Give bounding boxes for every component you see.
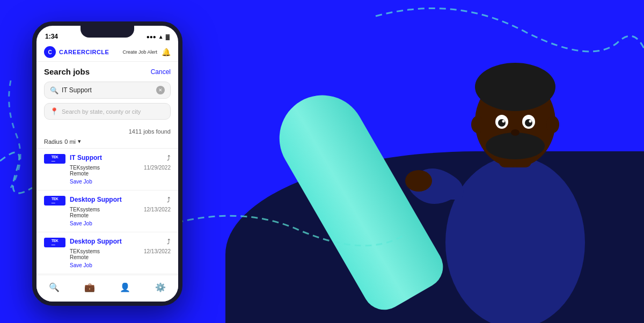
company-name: TEKsystems — [70, 248, 100, 254]
svg-point-0 — [445, 157, 585, 323]
share-icon[interactable]: ⤴ — [167, 238, 171, 246]
svg-point-4 — [471, 116, 484, 133]
logo-area: C CAREERCIRCLE — [44, 46, 109, 58]
search-title: Search jobs — [44, 67, 90, 76]
status-icons: ●●● ▲ ▓ — [147, 34, 170, 40]
share-icon[interactable]: ⤴ — [167, 154, 171, 162]
share-icon[interactable]: ⤴ — [167, 196, 171, 204]
phone-screen: 1:34 ●●● ▲ ▓ C CAREERCIRCLE Create Job A… — [32, 21, 182, 306]
save-job-button[interactable]: Save Job — [70, 304, 171, 306]
character-illustration — [322, 33, 601, 323]
company-name: TEKsystems — [70, 165, 100, 171]
search-magnifier-icon: 🔍 — [50, 86, 58, 94]
svg-point-11 — [529, 120, 532, 123]
cancel-button[interactable]: Cancel — [151, 68, 171, 76]
background: 1:34 ●●● ▲ ▓ C CAREERCIRCLE Create Job A… — [0, 0, 644, 323]
location-input-row[interactable]: 📍 Search by state, county or city — [44, 103, 171, 120]
nav-profile[interactable]: 👤 — [120, 282, 130, 292]
company-name: TEKsystems — [70, 207, 100, 212]
job-title[interactable]: Desktop Support — [65, 196, 167, 203]
bell-icon[interactable]: 🔔 — [162, 48, 171, 56]
nav-search-icon: 🔍 — [49, 282, 60, 292]
search-section: Search jobs Cancel 🔍 IT Support ✕ 📍 Sear… — [36, 62, 178, 125]
job-info-row: TEKsystems 11/29/2022 — [70, 165, 171, 171]
radius-row: Radius 0 mi ▾ — [36, 136, 178, 149]
app-header: C CAREERCIRCLE Create Job Alert 🔔 — [36, 43, 178, 62]
keyword-input-row[interactable]: 🔍 IT Support ✕ — [44, 82, 171, 99]
wifi-icon: ▲ — [158, 34, 164, 40]
bottom-navigation: 🔍 💼 👤 ⚙️ — [36, 275, 178, 302]
job-top-row: TEK— Desktop Support ⤴ — [44, 196, 171, 205]
svg-point-3 — [475, 63, 555, 111]
company-logo: TEK— — [44, 196, 65, 205]
job-item[interactable]: TEK— Desktop Support ⤴ TEKsystems 12/13/… — [36, 190, 178, 232]
job-top-row: TEK— Desktop Support ⤴ — [44, 238, 171, 247]
svg-point-14 — [405, 170, 432, 192]
search-title-row: Search jobs Cancel — [44, 67, 171, 76]
job-date: 12/13/2022 — [144, 248, 171, 254]
radius-dropdown-icon[interactable]: ▾ — [78, 138, 81, 145]
svg-point-5 — [546, 116, 559, 133]
job-date: 12/13/2022 — [144, 207, 171, 212]
radius-value: 0 mi — [64, 138, 76, 145]
job-location: Remote — [70, 254, 171, 260]
nav-jobs-icon: 💼 — [84, 282, 95, 292]
location-placeholder: Search by state, county or city — [62, 108, 141, 115]
location-pin-icon: 📍 — [50, 107, 58, 115]
status-time: 1:34 — [45, 33, 58, 40]
header-right: Create Job Alert 🔔 — [122, 48, 171, 56]
app-logo-text: CAREERCIRCLE — [59, 49, 109, 55]
svg-point-9 — [525, 119, 532, 127]
company-logo: TEK— — [44, 238, 65, 247]
save-job-button[interactable]: Save Job — [70, 179, 171, 185]
battery-icon: ▓ — [166, 34, 170, 40]
phone-notch — [80, 26, 134, 38]
results-count: 1411 jobs found — [36, 125, 178, 136]
nav-settings-icon: ⚙️ — [155, 282, 166, 292]
nav-profile-icon: 👤 — [120, 282, 130, 292]
job-title[interactable]: IT Support — [65, 154, 167, 162]
job-top-row: TEK— IT Support ⤴ — [44, 154, 171, 164]
svg-point-12 — [486, 133, 545, 159]
nav-search[interactable]: 🔍 — [49, 282, 60, 292]
save-job-button[interactable]: Save Job — [70, 262, 171, 268]
svg-point-8 — [498, 119, 506, 127]
job-item[interactable]: TEK— IT Support ⤴ TEKsystems 11/29/2022 … — [36, 149, 178, 190]
nav-settings[interactable]: ⚙️ — [155, 282, 166, 292]
person-svg — [376, 39, 601, 323]
phone-mockup: 1:34 ●●● ▲ ▓ C CAREERCIRCLE Create Job A… — [32, 21, 188, 311]
keyword-value[interactable]: IT Support — [62, 86, 156, 94]
signal-icon: ●●● — [147, 34, 156, 40]
svg-point-10 — [502, 120, 505, 123]
job-location: Remote — [70, 212, 171, 218]
job-item[interactable]: TEK— Desktop Support ⤴ TEKsystems 12/13/… — [36, 232, 178, 274]
radius-label: Radius — [44, 138, 62, 145]
save-job-button[interactable]: Save Job — [70, 221, 171, 226]
company-logo: TEK— — [44, 154, 65, 164]
job-location: Remote — [70, 171, 171, 177]
job-date: 11/29/2022 — [144, 165, 171, 171]
create-alert-label[interactable]: Create Job Alert — [122, 49, 157, 55]
job-title[interactable]: Desktop Support — [65, 238, 167, 245]
nav-jobs[interactable]: 💼 — [84, 282, 95, 292]
job-info-row: TEKsystems 12/13/2022 — [70, 248, 171, 254]
app-logo-icon: C — [44, 46, 56, 58]
job-info-row: TEKsystems 12/13/2022 — [70, 207, 171, 212]
svg-point-13 — [511, 129, 519, 136]
clear-search-button[interactable]: ✕ — [156, 86, 165, 94]
radius-filter[interactable]: Radius 0 mi ▾ — [44, 138, 81, 145]
